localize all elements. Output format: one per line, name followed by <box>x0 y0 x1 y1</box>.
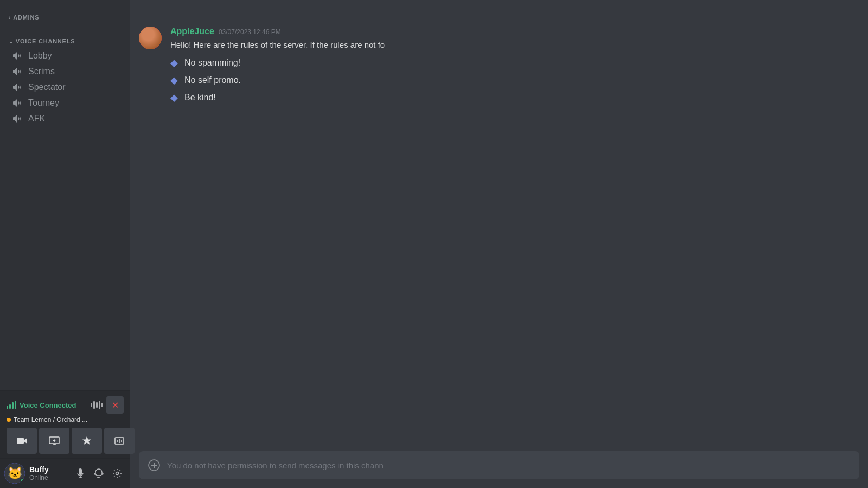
soundboard-button[interactable] <box>104 428 135 454</box>
voice-buttons-row <box>7 428 124 454</box>
user-info: Buffy Online <box>29 465 72 481</box>
sidebar-scroll: › ADMINS ⌄ VOICE CHANNELS Lobby <box>0 0 130 390</box>
channel-lobby[interactable]: Lobby <box>4 48 126 63</box>
rule-text-3: Be kind! <box>184 93 216 102</box>
voice-connected-header: Voice Connected ✕ <box>7 396 124 414</box>
voice-channels-header[interactable]: ⌄ VOICE CHANNELS <box>0 29 130 48</box>
svg-point-2 <box>116 472 119 475</box>
message-input-placeholder: You do not have permission to send messa… <box>167 453 851 478</box>
channel-tourney[interactable]: Tourney <box>4 95 126 111</box>
message-content: AppleJuce 03/07/2023 12:46 PM Hello! Her… <box>170 27 859 109</box>
diamond-icon-2: ◆ <box>170 74 178 86</box>
message-divider <box>139 11 859 11</box>
add-message-button[interactable] <box>148 451 161 479</box>
channel-lobby-label: Lobby <box>28 51 52 61</box>
disconnect-button[interactable]: ✕ <box>106 396 124 414</box>
wave-bar-3 <box>96 402 98 408</box>
channel-afk[interactable]: AFK <box>4 111 126 126</box>
signal-bars-icon <box>7 401 16 409</box>
channel-scrims[interactable]: Scrims <box>4 64 126 79</box>
voice-connected-label: Voice Connected <box>20 401 76 409</box>
sidebar: › ADMINS ⌄ VOICE CHANNELS Lobby <box>0 0 130 488</box>
mute-button[interactable] <box>72 465 89 482</box>
voice-connected-subtitle: Team Lemon / Orchard ... <box>7 416 124 423</box>
wave-bar-5 <box>101 403 103 407</box>
admins-section-header[interactable]: › ADMINS <box>0 5 130 24</box>
channel-tourney-label: Tourney <box>28 98 59 108</box>
wave-bar-2 <box>93 401 95 409</box>
message-group: AppleJuce 03/07/2023 12:46 PM Hello! Her… <box>130 22 868 113</box>
online-status-dot <box>20 478 25 484</box>
message-author: AppleJuce <box>170 27 214 36</box>
signal-bar-3 <box>12 402 14 409</box>
channel-spectator[interactable]: Spectator <box>4 80 126 95</box>
username-label: Buffy <box>29 465 72 474</box>
input-area: You do not have permission to send messa… <box>130 451 868 488</box>
applejuice-avatar <box>139 27 162 49</box>
avatar-image <box>139 27 162 49</box>
wave-bar-4 <box>99 401 100 409</box>
rule-item-1: ◆ No spamming! <box>170 57 859 69</box>
message-input-wrapper: You do not have permission to send messa… <box>139 451 859 479</box>
voice-channel-name: Team Lemon / Orchard ... <box>14 416 87 423</box>
channel-spectator-label: Spectator <box>28 82 65 92</box>
activity-button[interactable] <box>72 428 102 454</box>
speaker-icon-tourney <box>13 98 24 108</box>
user-panel: 🐱 Buffy Online <box>0 458 130 488</box>
wave-bar-1 <box>91 403 92 407</box>
user-status-label: Online <box>29 474 72 481</box>
voice-channels-section: ⌄ VOICE CHANNELS Lobby <box>0 29 130 126</box>
signal-bar-1 <box>7 406 8 409</box>
yellow-dot-icon <box>7 418 11 422</box>
voice-controls-right: ✕ <box>91 396 124 414</box>
diamond-icon-1: ◆ <box>170 57 178 69</box>
speaker-icon-spectator <box>13 82 24 92</box>
rule-item-2: ◆ No self promo. <box>170 74 859 86</box>
channel-scrims-label: Scrims <box>28 67 55 76</box>
message-intro-text: Hello! Here are the rules of the server.… <box>170 38 859 52</box>
screen-share-button[interactable] <box>39 428 69 454</box>
user-controls <box>72 465 126 482</box>
deafen-button[interactable] <box>90 465 107 482</box>
message-timestamp: 03/07/2023 12:46 PM <box>219 28 281 36</box>
settings-button[interactable] <box>108 465 126 482</box>
message-header: AppleJuce 03/07/2023 12:46 PM <box>170 27 859 36</box>
signal-bar-2 <box>9 404 11 409</box>
rule-text-2: No self promo. <box>184 75 241 85</box>
voice-connected-title: Voice Connected <box>7 401 76 409</box>
voice-channels-chevron: ⌄ <box>9 38 14 44</box>
signal-bar-4 <box>15 401 16 409</box>
diamond-icon-3: ◆ <box>170 92 178 104</box>
rule-text-1: No spamming! <box>184 58 240 68</box>
speaker-icon-lobby <box>13 51 24 61</box>
speaker-icon-scrims <box>13 67 24 76</box>
rule-item-3: ◆ Be kind! <box>170 92 859 104</box>
main-content: AppleJuce 03/07/2023 12:46 PM Hello! Her… <box>130 0 868 488</box>
voice-connected-panel: Voice Connected ✕ Team Lemon / Orchard .… <box>0 390 130 458</box>
speaker-icon-afk <box>13 114 24 124</box>
messages-area: AppleJuce 03/07/2023 12:46 PM Hello! Her… <box>130 0 868 451</box>
avatar: 🐱 <box>4 463 25 484</box>
admins-chevron: › <box>9 15 11 21</box>
voice-channels-label: VOICE CHANNELS <box>16 38 75 44</box>
sound-wave-icon[interactable] <box>91 400 103 410</box>
channel-afk-label: AFK <box>28 114 45 124</box>
camera-button[interactable] <box>7 428 37 454</box>
admins-label: ADMINS <box>13 14 39 21</box>
